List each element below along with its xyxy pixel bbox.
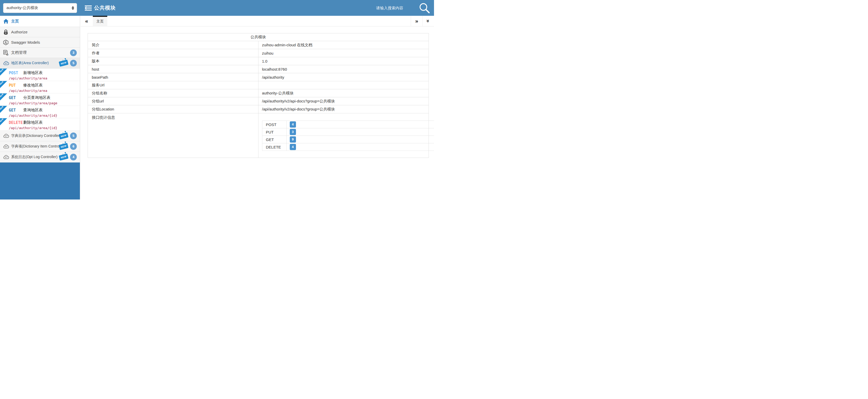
sidebar-item-label: 文档管理 xyxy=(11,50,27,55)
method-label: DELETE xyxy=(9,120,23,125)
tab-home[interactable]: 主页 xyxy=(93,16,107,26)
row-label: 分组名称 xyxy=(88,89,258,97)
svg-text:API: API xyxy=(5,135,8,137)
controller-count-badge: 4 xyxy=(70,154,77,161)
table-row: 作者 zuihou xyxy=(88,49,429,57)
new-ribbon-icon: NEW xyxy=(0,81,7,88)
table-row: 公共模块 xyxy=(88,33,429,41)
new-ribbon-icon: NEW xyxy=(0,93,7,101)
api-group-select[interactable]: authority-公共模块 xyxy=(3,3,77,13)
row-value: /api/authority/v2/api-docs?group=公共模块 xyxy=(258,97,429,105)
table-row: host localhost:8760 xyxy=(88,65,429,73)
table-row: basePath /api/authority xyxy=(88,73,429,81)
api-name: 修改地区表 xyxy=(23,83,43,88)
hexagon-icon xyxy=(3,39,8,45)
controller-label: 字典目录(Dictionary Controller) xyxy=(11,134,61,138)
sidebar-item-label: Swagger Models xyxy=(11,40,40,45)
api-item-get-area-page[interactable]: NEW GET 分页查询地区表 /api/authority/area/page xyxy=(0,93,80,106)
search-input[interactable] xyxy=(376,4,415,12)
api-name: 新增地区表 xyxy=(23,70,43,75)
sidebar-item-label: Authorize xyxy=(11,30,27,34)
menu-fold-icon[interactable] xyxy=(85,5,92,11)
sidebar-footer-fill xyxy=(0,163,80,200)
stats-row: PUT 3 xyxy=(262,129,434,136)
stats-label: 接口统计信息 xyxy=(88,113,258,158)
sidebar-controller-opt-log[interactable]: API 系统日志(Opt Log Controller) NEW 4 xyxy=(0,152,80,163)
svg-text:⚙: ⚙ xyxy=(6,53,8,56)
sidebar-item-doc-manage[interactable]: ⚙ 文档管理 3 xyxy=(0,48,80,58)
stat-method: POST xyxy=(262,121,286,129)
search-box xyxy=(376,2,430,14)
top-header-bar: authority-公共模块 公共模块 xyxy=(0,0,434,16)
tabs-collapse-all-icon[interactable]: » xyxy=(422,16,434,26)
row-label: 版本 xyxy=(88,57,258,65)
api-path: /api/authority/area xyxy=(9,76,80,80)
table-row: 分组名称 authority-公共模块 xyxy=(88,89,429,97)
new-tag-icon: NEW xyxy=(59,153,68,161)
module-info-table: 公共模块 简介 zuihou-admin-cloud 在线文档 作者 zuiho… xyxy=(88,33,429,158)
row-value: authority-公共模块 xyxy=(258,89,429,97)
tab-bar: « 主页 » » xyxy=(81,16,434,26)
tabs-scroll-right-icon[interactable]: » xyxy=(411,16,422,26)
sidebar-item-home[interactable]: 主页 xyxy=(0,16,80,27)
stat-count-badge: 4 xyxy=(290,144,296,150)
api-path: /api/authority/area xyxy=(9,89,80,93)
table-row: 分组url /api/authority/v2/api-docs?group=公… xyxy=(88,97,429,105)
api-cloud-icon: API xyxy=(3,155,9,160)
stats-row: GET 9 xyxy=(262,136,434,143)
row-label: host xyxy=(88,65,258,73)
sidebar-item-authorize[interactable]: Authorize xyxy=(0,27,80,37)
method-label: GET xyxy=(9,95,23,100)
row-value: zuihou-admin-cloud 在线文档 xyxy=(258,41,429,49)
sidebar-controller-dictionary[interactable]: API 字典目录(Dictionary Controller) NEW 5 xyxy=(0,131,80,141)
svg-text:API: API xyxy=(5,62,8,64)
row-value: zuihou xyxy=(258,49,429,57)
api-group-select-value: authority-公共模块 xyxy=(6,5,71,10)
row-label: 分组Location xyxy=(88,105,258,113)
api-item-post-area[interactable]: NEW POST 新增地区表 /api/authority/area xyxy=(0,68,80,81)
select-caret-icon xyxy=(71,6,74,10)
api-name: 分页查询地区表 xyxy=(23,95,51,100)
sidebar-controller-area[interactable]: API 地区表(Area Controller) NEW 5 xyxy=(0,58,80,68)
api-stats-table: POST 4 PUT 3 GET 9 DELETE xyxy=(262,121,434,151)
api-path: /api/authority/area/{id} xyxy=(9,114,80,117)
stat-count-badge: 4 xyxy=(290,121,296,127)
stat-count-badge: 3 xyxy=(290,129,296,135)
row-value: /api/authority/v2/api-docs?group=公共模块 xyxy=(258,105,429,113)
brand: 公共模块 xyxy=(85,4,116,11)
page-title: 公共模块 xyxy=(94,4,116,11)
api-path: /api/authority/area/{id} xyxy=(9,126,80,130)
row-value: /api/authority xyxy=(258,73,429,81)
stats-row: DELETE 4 xyxy=(262,143,434,151)
method-label: PUT xyxy=(9,83,23,88)
controller-count-badge: 5 xyxy=(70,133,77,139)
table-row: 简介 zuihou-admin-cloud 在线文档 xyxy=(88,41,429,49)
api-item-put-area[interactable]: NEW PUT 修改地区表 /api/authority/area xyxy=(0,81,80,93)
api-name: 查询地区表 xyxy=(23,108,43,113)
controller-label: 系统日志(Opt Log Controller) xyxy=(11,155,58,160)
table-row: 服务Url xyxy=(88,81,429,89)
table-row: 版本 1.0 xyxy=(88,57,429,65)
tabs-scroll-left-icon[interactable]: « xyxy=(81,16,93,26)
svg-text:API: API xyxy=(5,156,8,158)
table-row: 分组Location /api/authority/v2/api-docs?gr… xyxy=(88,105,429,113)
row-value: 1.0 xyxy=(258,57,429,65)
api-cloud-icon: API xyxy=(3,144,9,149)
row-value xyxy=(258,81,429,89)
table-title: 公共模块 xyxy=(88,33,429,41)
method-label: GET xyxy=(9,108,23,113)
api-item-get-area-id[interactable]: NEW GET 查询地区表 /api/authority/area/{id} xyxy=(0,106,80,118)
row-label: basePath xyxy=(88,73,258,81)
sidebar-item-swagger-models[interactable]: Swagger Models xyxy=(0,37,80,48)
home-icon xyxy=(3,19,9,24)
api-cloud-icon: API xyxy=(3,134,9,138)
api-item-delete-area[interactable]: NEW DELETE 删除地区表 /api/authority/area/{id… xyxy=(0,118,80,131)
home-content: 公共模块 简介 zuihou-admin-cloud 在线文档 作者 zuiho… xyxy=(81,26,434,158)
doc-manage-count-badge: 3 xyxy=(70,50,77,56)
sidebar-controller-dictionary-item[interactable]: API 字典项(Dictionary Item Controller) NEW … xyxy=(0,141,80,152)
search-icon[interactable] xyxy=(418,2,430,14)
api-endpoint-list: NEW POST 新增地区表 /api/authority/area NEW P… xyxy=(0,68,80,131)
api-path: /api/authority/area/page xyxy=(9,101,80,105)
table-row-stats: 接口统计信息 POST 4 PUT 3 GET 9 xyxy=(88,113,429,158)
row-label: 作者 xyxy=(88,49,258,57)
